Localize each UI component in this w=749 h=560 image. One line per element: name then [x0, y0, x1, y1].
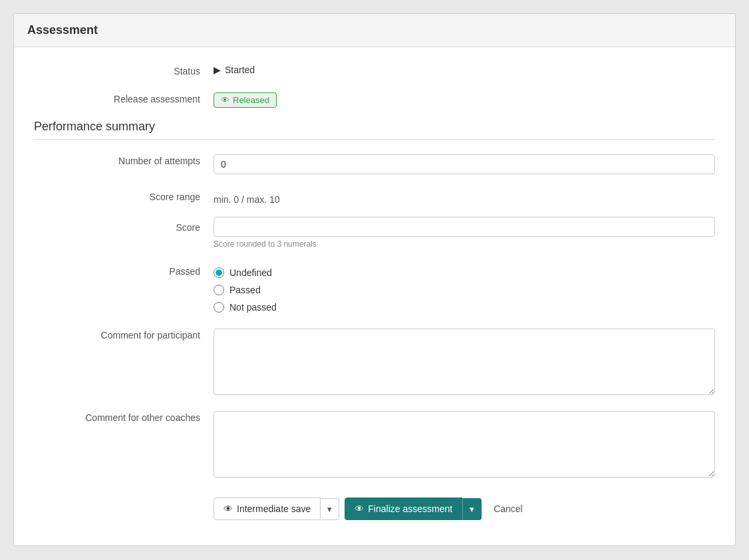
released-badge[interactable]: 👁 Released — [214, 92, 277, 108]
panel-title: Assessment — [27, 23, 722, 37]
released-badge-text: Released — [233, 95, 269, 105]
passed-label: Passed — [34, 261, 214, 277]
passed-radio-group: Undefined Passed Not passed — [214, 265, 277, 313]
release-value: 👁 Released — [214, 88, 715, 108]
status-label: Status — [34, 61, 214, 76]
chevron-down-icon: ▾ — [327, 504, 332, 514]
actions-buttons-group: 👁 Intermediate save ▾ 👁 Finalize assessm… — [214, 493, 531, 520]
release-row: Release assessment 👁 Released — [34, 88, 715, 108]
score-hint: Score rounded to 3 numerals — [214, 239, 715, 249]
score-range-value: min. 0 / max. 10 — [214, 186, 715, 205]
score-label: Score — [34, 217, 214, 233]
status-row: Status ▶ Started — [34, 61, 715, 76]
actions-spacer — [34, 490, 214, 495]
play-icon: ▶ — [214, 65, 221, 75]
radio-notpassed-input[interactable] — [214, 302, 224, 313]
radio-notpassed[interactable]: Not passed — [214, 302, 277, 313]
num-attempts-label: Number of attempts — [34, 150, 214, 166]
comment-participant-row: Comment for participant — [34, 325, 715, 395]
passed-row: Passed Undefined Passed Not passed — [34, 261, 715, 313]
radio-undefined-input[interactable] — [214, 267, 224, 278]
radio-passed-label: Passed — [229, 285, 261, 295]
comment-participant-label: Comment for participant — [34, 325, 214, 341]
status-text: Started — [225, 65, 255, 75]
score-range-row: Score range min. 0 / max. 10 — [34, 186, 715, 205]
finalize-label: Finalize assessment — [368, 503, 452, 514]
radio-undefined[interactable]: Undefined — [214, 267, 277, 278]
intermediate-eye-icon: 👁 — [224, 503, 233, 514]
score-row: Score Score rounded to 3 numerals — [34, 217, 715, 249]
num-attempts-input[interactable] — [214, 154, 715, 174]
num-attempts-value[interactable] — [214, 150, 715, 174]
score-range-text: min. 0 / max. 10 — [214, 190, 280, 205]
panel-header: Assessment — [14, 14, 735, 47]
comment-participant-textarea[interactable] — [214, 329, 715, 395]
radio-passed[interactable]: Passed — [214, 285, 277, 295]
finalize-button[interactable]: 👁 Finalize assessment — [345, 497, 462, 520]
intermediate-save-button[interactable]: 👁 Intermediate save — [214, 497, 321, 520]
score-range-label: Score range — [34, 186, 214, 202]
intermediate-save-label: Intermediate save — [237, 503, 311, 514]
comment-coaches-label: Comment for other coaches — [34, 407, 214, 423]
num-attempts-row: Number of attempts — [34, 150, 715, 174]
score-value: Score rounded to 3 numerals — [214, 217, 715, 249]
finalize-arrow[interactable]: ▾ — [462, 498, 482, 520]
score-input[interactable] — [214, 217, 715, 237]
performance-summary-title: Performance summary — [34, 120, 715, 140]
passed-options: Undefined Passed Not passed — [214, 261, 715, 313]
comment-coaches-row: Comment for other coaches — [34, 407, 715, 478]
comment-participant-value — [214, 325, 715, 395]
radio-notpassed-label: Not passed — [229, 302, 277, 313]
intermediate-save-arrow[interactable]: ▾ — [321, 498, 339, 520]
finalize-chevron-icon: ▾ — [470, 504, 474, 514]
comment-coaches-textarea[interactable] — [214, 411, 715, 478]
actions-buttons: 👁 Intermediate save ▾ 👁 Finalize assessm… — [214, 490, 715, 520]
actions-row: 👁 Intermediate save ▾ 👁 Finalize assessm… — [34, 490, 715, 520]
cancel-button[interactable]: Cancel — [486, 498, 531, 519]
panel-body: Status ▶ Started Release assessment 👁 Re… — [14, 47, 735, 545]
comment-coaches-value — [214, 407, 715, 478]
radio-passed-input[interactable] — [214, 285, 224, 295]
finalize-eye-icon: 👁 — [355, 503, 364, 514]
eye-icon: 👁 — [221, 95, 229, 105]
release-label: Release assessment — [34, 88, 214, 104]
radio-undefined-label: Undefined — [229, 267, 272, 278]
status-value: ▶ Started — [214, 61, 715, 75]
assessment-panel: Assessment Status ▶ Started Release asse… — [13, 13, 736, 546]
